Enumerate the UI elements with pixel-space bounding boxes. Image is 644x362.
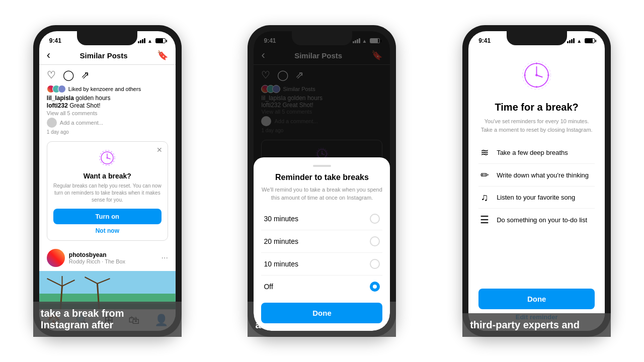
- bar3: [142, 39, 143, 43]
- break-screen: Time for a break? You've set reminders f…: [468, 56, 605, 231]
- radio-30[interactable]: [370, 214, 380, 224]
- action-icons-1: ♡ ◯ ⇗: [39, 65, 176, 85]
- radio-10[interactable]: [370, 259, 380, 269]
- large-clock-container: [478, 56, 595, 94]
- tip-4: ☰ Do something on your to-do list: [478, 209, 595, 231]
- battery-icon: [155, 38, 166, 43]
- done-button-2[interactable]: Done: [261, 303, 382, 323]
- post-info-1: Liked by kenzoere and others lil_lapisla…: [39, 85, 176, 137]
- not-now-button[interactable]: Not now: [53, 227, 162, 234]
- bottom-sheet: Reminder to take breaks We'll remind you…: [254, 157, 390, 331]
- sheet-desc: We'll remind you to take a break when yo…: [261, 186, 382, 202]
- tip-4-text: Do something on your to-do list: [497, 216, 587, 224]
- add-comment-row: Add a comment...: [47, 118, 168, 128]
- notch-1: [77, 31, 137, 45]
- caption-text-2: Great Shot!: [69, 102, 100, 109]
- tip-1-icon: ≋: [478, 146, 491, 158]
- avatar-row: [47, 85, 66, 93]
- tips-container: ≋ Take a few deep breaths ✏ Write down w…: [478, 141, 595, 231]
- post-avatar: [47, 249, 65, 267]
- nav-title-1: Similar Posts: [79, 51, 127, 60]
- caption-text-1: golden hours: [75, 95, 110, 102]
- break-desc: Regular breaks can help you reset. You c…: [53, 183, 162, 204]
- phone-1-screen: 9:41 ▲ ‹ Similar Posts: [39, 31, 176, 331]
- subtitle-3: third-party experts and: [462, 313, 611, 337]
- more-button[interactable]: ···: [161, 253, 168, 262]
- tip-2: ✏ Write down what you're thinking: [478, 164, 595, 187]
- bar2: [140, 40, 141, 43]
- option-30-label: 30 minutes: [264, 215, 298, 223]
- phone-2-screen: 9:41 ▲: [254, 31, 390, 331]
- wifi-icon-3: ▲: [577, 38, 582, 44]
- bar1: [138, 41, 139, 43]
- option-10[interactable]: 10 minutes: [261, 253, 382, 276]
- break-subtitle: You've set reminders for every 10 minute…: [478, 117, 595, 134]
- notch-3: [507, 31, 567, 45]
- option-10-label: 10 minutes: [264, 260, 298, 268]
- battery-fill-3: [585, 39, 592, 43]
- comment-icon-1[interactable]: ◯: [63, 69, 74, 81]
- status-icons-1: ▲: [138, 38, 166, 44]
- option-30[interactable]: 30 minutes: [261, 208, 382, 230]
- wifi-icon: ▲: [147, 38, 152, 44]
- tip-4-icon: ☰: [478, 214, 491, 226]
- post-song: Roddy Ricch · The Box: [69, 258, 162, 264]
- status-time-3: 9:41: [478, 37, 491, 44]
- option-20-label: 20 minutes: [264, 237, 298, 245]
- heart-icon-1[interactable]: ♡: [47, 69, 56, 81]
- tip-1-text: Take a few deep breaths: [497, 149, 568, 156]
- phone-1-container: 9:41 ▲ ‹ Similar Posts: [33, 25, 182, 337]
- clock-icon: [97, 148, 117, 168]
- liked-text: Liked by kenzoere and others: [68, 86, 141, 92]
- large-clock-icon: [518, 56, 555, 94]
- p3-bar1: [567, 41, 569, 43]
- notch-2: [292, 31, 352, 45]
- comment-avatar: [47, 118, 57, 128]
- option-off-label: Off: [264, 283, 273, 291]
- p3-bar3: [571, 39, 573, 43]
- liked-by-row: Liked by kenzoere and others: [47, 85, 168, 93]
- p3-bar2: [569, 40, 571, 43]
- sheet-handle: [313, 165, 331, 167]
- phone-3-screen: 9:41 ▲: [468, 31, 605, 331]
- tip-2-text: Write down what you're thinking: [497, 171, 589, 179]
- radio-20[interactable]: [370, 236, 380, 246]
- option-off[interactable]: Off: [261, 276, 382, 298]
- caption-2: lofti232 Great Shot!: [47, 102, 168, 109]
- view-comments[interactable]: View all 5 comments: [47, 110, 168, 116]
- p3-bar4: [573, 38, 575, 43]
- caption-1: lil_lapisla golden hours: [47, 95, 168, 102]
- clock-container: [53, 148, 162, 168]
- signal-icon: [138, 38, 145, 43]
- tip-3-icon: ♫: [478, 192, 491, 203]
- tip-3: ♫ Listen to your favorite song: [478, 187, 595, 209]
- break-title: Want a break?: [53, 172, 162, 180]
- turn-on-button[interactable]: Turn on: [53, 209, 162, 224]
- back-button-1[interactable]: ‹: [47, 49, 50, 62]
- svg-point-4: [107, 157, 108, 159]
- phone-3-container: 9:41 ▲: [462, 25, 611, 337]
- status-time-1: 9:41: [49, 37, 61, 44]
- username-1[interactable]: lil_lapisla: [47, 95, 74, 102]
- avatar-3: [58, 85, 66, 93]
- break-card: ✕ Want a break? Regular breaks can help …: [47, 141, 168, 241]
- phone-2: 9:41 ▲: [248, 25, 396, 337]
- comment-input[interactable]: Add a comment...: [60, 120, 103, 126]
- post-username[interactable]: photosbyean: [69, 251, 162, 258]
- post-item: photosbyean Roddy Ricch · The Box ···: [39, 245, 176, 271]
- subtitle-1: take a break from Instagram after: [33, 302, 182, 337]
- done-button-3[interactable]: Done: [478, 289, 595, 309]
- close-button[interactable]: ✕: [156, 146, 163, 154]
- signal-icon-3: [567, 38, 575, 43]
- username-2[interactable]: lofti232: [47, 102, 68, 109]
- bar4: [144, 38, 145, 43]
- tip-1: ≋ Take a few deep breaths: [478, 141, 595, 164]
- share-icon-1[interactable]: ⇗: [81, 69, 90, 81]
- radio-off[interactable]: [370, 282, 380, 292]
- status-icons-3: ▲: [567, 38, 595, 44]
- battery-fill: [156, 39, 163, 43]
- tip-3-text: Listen to your favorite song: [497, 194, 575, 201]
- nav-header-1: ‹ Similar Posts 🔖: [39, 46, 176, 65]
- bookmark-icon-1[interactable]: 🔖: [157, 50, 168, 61]
- option-20[interactable]: 20 minutes: [261, 230, 382, 253]
